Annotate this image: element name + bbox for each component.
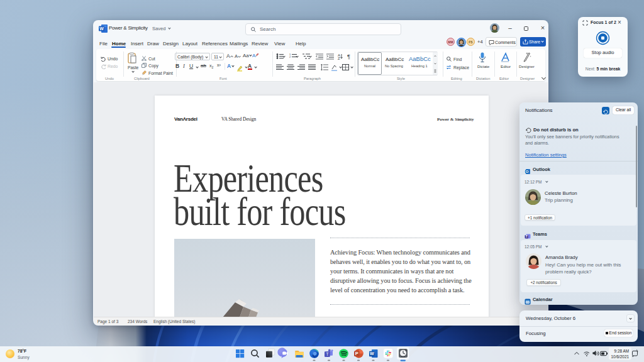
svg-text:P: P <box>355 351 358 356</box>
svg-text:T: T <box>326 352 328 356</box>
svg-text:9:28 AM: 9:28 AM <box>614 349 629 353</box>
svg-text:10/6/2021: 10/6/2021 <box>611 354 630 359</box>
svg-text:W: W <box>370 351 374 356</box>
